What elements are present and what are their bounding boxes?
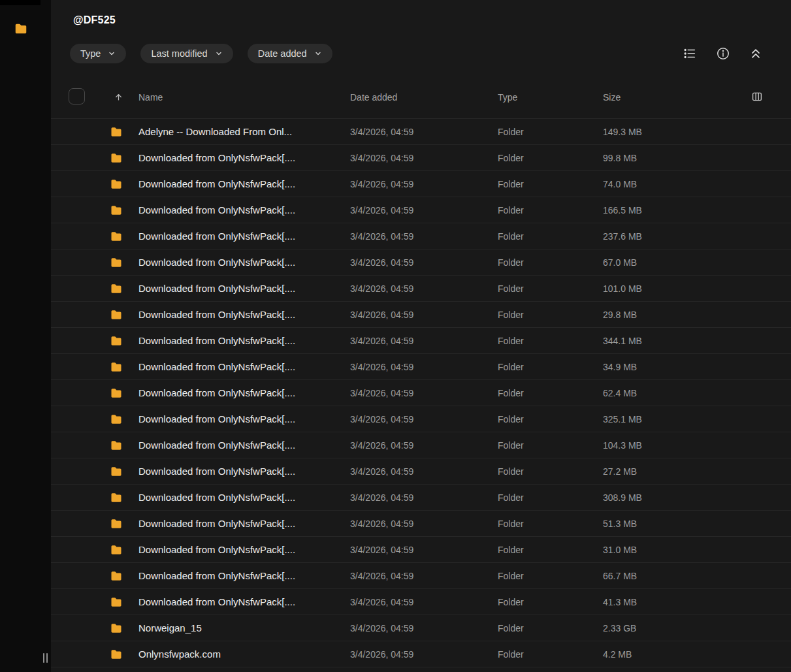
file-row[interactable]: Downloaded from OnlyNsfwPack[.... 3/4/20… bbox=[51, 354, 791, 380]
filter-date-added-button[interactable]: Date added bbox=[248, 44, 332, 63]
file-size: 166.5 MB bbox=[603, 205, 791, 216]
file-name: Norweigan_15 bbox=[138, 622, 350, 633]
file-row[interactable]: Downloaded from OnlyNsfwPack[.... 3/4/20… bbox=[51, 589, 791, 615]
file-row[interactable]: Downloaded from OnlyNsfwPack[.... 3/4/20… bbox=[51, 171, 791, 197]
folder-icon bbox=[110, 282, 138, 295]
file-row[interactable]: Downloaded from OnlyNsfwPack[.... 3/4/20… bbox=[51, 276, 791, 302]
file-type: Folder bbox=[498, 414, 603, 424]
file-date-added: 3/4/2026, 04:59 bbox=[350, 336, 498, 346]
file-date-added: 3/4/2026, 04:59 bbox=[350, 519, 498, 529]
collapse-panel-button[interactable] bbox=[749, 47, 762, 60]
file-date-added: 3/4/2026, 04:59 bbox=[350, 440, 498, 451]
file-list: Adelyne -- Downloaded From Onl... 3/4/20… bbox=[51, 118, 791, 667]
file-row[interactable]: Downloaded from OnlyNsfwPack[.... 3/4/20… bbox=[51, 380, 791, 406]
column-header-name[interactable]: Name bbox=[138, 92, 350, 103]
file-type: Folder bbox=[498, 597, 603, 607]
file-type: Folder bbox=[498, 153, 603, 163]
sort-ascending-icon bbox=[114, 92, 138, 102]
file-row[interactable]: Downloaded from OnlyNsfwPack[.... 3/4/20… bbox=[51, 537, 791, 563]
file-row[interactable]: Downloaded from OnlyNsfwPack[.... 3/4/20… bbox=[51, 485, 791, 511]
file-row[interactable]: Downloaded from OnlyNsfwPack[.... 3/4/20… bbox=[51, 197, 791, 223]
file-date-added: 3/4/2026, 04:59 bbox=[350, 466, 498, 477]
filter-type-button[interactable]: Type bbox=[70, 44, 126, 63]
file-row[interactable]: Downloaded from OnlyNsfwPack[.... 3/4/20… bbox=[51, 223, 791, 249]
folder-icon bbox=[14, 22, 28, 36]
file-size: 237.6 MB bbox=[603, 231, 791, 242]
file-date-added: 3/4/2026, 04:59 bbox=[350, 127, 498, 137]
file-date-added: 3/4/2026, 04:59 bbox=[350, 231, 498, 242]
folder-icon bbox=[110, 517, 138, 530]
file-row[interactable]: Downloaded from OnlyNsfwPack[.... 3/4/20… bbox=[51, 328, 791, 354]
list-view-button[interactable] bbox=[683, 46, 697, 61]
file-name: Downloaded from OnlyNsfwPack[.... bbox=[138, 283, 350, 294]
folder-icon bbox=[110, 413, 138, 426]
file-size: 4.2 MB bbox=[603, 649, 791, 660]
folder-icon bbox=[110, 152, 138, 165]
sidebar bbox=[0, 0, 51, 672]
file-date-added: 3/4/2026, 04:59 bbox=[350, 492, 498, 503]
folder-icon bbox=[110, 569, 138, 583]
page-title: @DF525 bbox=[51, 0, 791, 26]
file-type: Folder bbox=[498, 231, 603, 242]
file-row[interactable]: Adelyne -- Downloaded From Onl... 3/4/20… bbox=[51, 119, 791, 145]
sidebar-folder-button[interactable] bbox=[12, 20, 29, 37]
folder-icon bbox=[110, 230, 138, 243]
file-date-added: 3/4/2026, 04:59 bbox=[350, 623, 498, 633]
file-size: 62.4 MB bbox=[603, 388, 791, 398]
file-size: 41.3 MB bbox=[603, 597, 791, 607]
file-size: 99.8 MB bbox=[603, 153, 791, 163]
info-button[interactable] bbox=[716, 46, 730, 61]
file-row[interactable]: Norweigan_15 3/4/2026, 04:59 Folder 2.33… bbox=[51, 615, 791, 641]
file-name: Downloaded from OnlyNsfwPack[.... bbox=[138, 440, 350, 451]
file-type: Folder bbox=[498, 336, 603, 346]
file-name: Downloaded from OnlyNsfwPack[.... bbox=[138, 231, 350, 242]
file-date-added: 3/4/2026, 04:59 bbox=[350, 545, 498, 555]
chevron-down-icon bbox=[314, 50, 322, 57]
folder-icon bbox=[110, 334, 138, 347]
file-row[interactable]: Downloaded from OnlyNsfwPack[.... 3/4/20… bbox=[51, 458, 791, 485]
file-date-added: 3/4/2026, 04:59 bbox=[350, 205, 498, 216]
file-name: Downloaded from OnlyNsfwPack[.... bbox=[138, 492, 350, 503]
file-name: Downloaded from OnlyNsfwPack[.... bbox=[138, 309, 350, 320]
file-row[interactable]: Downloaded from OnlyNsfwPack[.... 3/4/20… bbox=[51, 145, 791, 171]
file-type: Folder bbox=[498, 571, 603, 581]
folder-icon bbox=[110, 125, 138, 138]
file-size: 29.8 MB bbox=[603, 310, 791, 320]
file-size: 149.3 MB bbox=[603, 127, 791, 137]
file-size: 31.0 MB bbox=[603, 545, 791, 555]
filter-last-modified-label: Last modified bbox=[151, 48, 207, 59]
folder-icon bbox=[110, 465, 138, 478]
file-name: Onlynsfwpack.com bbox=[138, 648, 350, 660]
file-date-added: 3/4/2026, 04:59 bbox=[350, 597, 498, 607]
file-row[interactable]: Downloaded from OnlyNsfwPack[.... 3/4/20… bbox=[51, 302, 791, 328]
file-row[interactable]: Downloaded from OnlyNsfwPack[.... 3/4/20… bbox=[51, 511, 791, 537]
file-name: Downloaded from OnlyNsfwPack[.... bbox=[138, 596, 350, 607]
file-size: 2.33 GB bbox=[603, 623, 791, 633]
file-type: Folder bbox=[498, 440, 603, 451]
file-size: 34.9 MB bbox=[603, 362, 791, 372]
file-date-added: 3/4/2026, 04:59 bbox=[350, 388, 498, 398]
file-row[interactable]: Downloaded from OnlyNsfwPack[.... 3/4/20… bbox=[51, 406, 791, 432]
chevrons-up-icon bbox=[749, 47, 762, 60]
folder-icon bbox=[110, 439, 138, 452]
column-header-type[interactable]: Type bbox=[498, 92, 603, 103]
file-size: 74.0 MB bbox=[603, 179, 791, 189]
folder-icon bbox=[110, 178, 138, 191]
chevron-down-icon bbox=[215, 50, 223, 57]
file-row[interactable]: Onlynsfwpack.com 3/4/2026, 04:59 Folder … bbox=[51, 641, 791, 667]
file-size: 51.3 MB bbox=[603, 519, 791, 529]
file-row[interactable]: Downloaded from OnlyNsfwPack[.... 3/4/20… bbox=[51, 563, 791, 589]
file-size: 101.0 MB bbox=[603, 283, 791, 294]
file-type: Folder bbox=[498, 310, 603, 320]
file-row[interactable]: Downloaded from OnlyNsfwPack[.... 3/4/20… bbox=[51, 249, 791, 276]
column-header-date-added[interactable]: Date added bbox=[350, 92, 498, 103]
column-settings-button[interactable] bbox=[751, 91, 763, 103]
sidebar-resize-handle[interactable] bbox=[42, 652, 49, 664]
info-icon bbox=[716, 46, 730, 61]
filter-last-modified-button[interactable]: Last modified bbox=[140, 44, 233, 63]
main-content: @DF525 Type Last modified Date added bbox=[51, 0, 791, 672]
file-date-added: 3/4/2026, 04:59 bbox=[350, 362, 498, 372]
file-row[interactable]: Downloaded from OnlyNsfwPack[.... 3/4/20… bbox=[51, 432, 791, 458]
select-all-checkbox[interactable] bbox=[69, 88, 85, 104]
file-name: Adelyne -- Downloaded From Onl... bbox=[138, 126, 350, 137]
